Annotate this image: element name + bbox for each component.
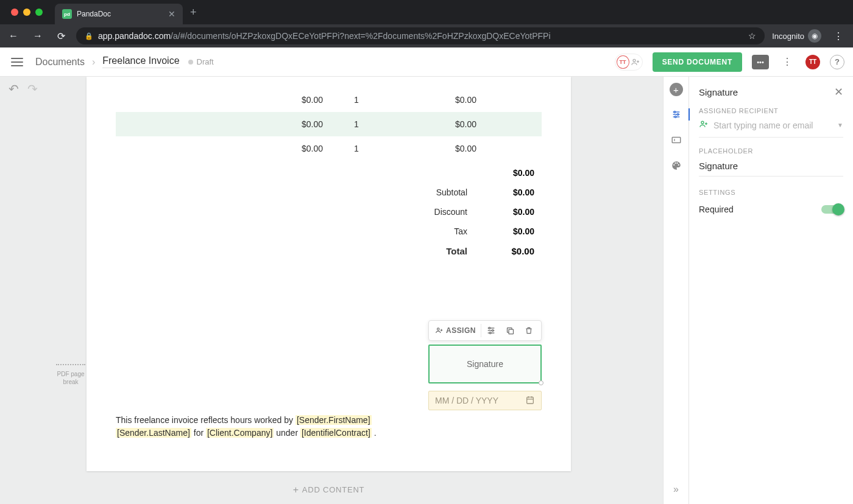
required-label: Required xyxy=(699,205,734,214)
footnote-text[interactable]: This freelance invoice reflects hours wo… xyxy=(116,414,378,439)
price-cell: $0.00 xyxy=(262,119,323,129)
incognito-icon: ◉ xyxy=(808,29,821,43)
page-break-indicator xyxy=(56,364,85,365)
breadcrumb-documents[interactable]: Documents xyxy=(35,57,85,68)
tab-close-icon[interactable]: ✕ xyxy=(168,9,175,19)
svg-point-10 xyxy=(492,330,494,332)
token-sender-firstname[interactable]: [Sender.FirstName] xyxy=(296,415,372,425)
design-icon[interactable] xyxy=(669,158,684,173)
redo-icon[interactable]: ↷ xyxy=(27,82,38,96)
duplicate-icon[interactable] xyxy=(501,323,520,339)
assigned-recipient-label: ASSIGNED RECIPIENT xyxy=(699,107,843,114)
undo-icon[interactable]: ↶ xyxy=(9,82,19,96)
recipients-pill[interactable]: TT xyxy=(615,54,643,71)
status-badge: Draft xyxy=(188,57,214,66)
svg-rect-23 xyxy=(672,138,681,143)
add-content-button[interactable]: +ADD CONTENT xyxy=(87,485,571,495)
user-avatar[interactable]: TT xyxy=(805,55,820,69)
incognito-label: Incognito xyxy=(772,32,804,41)
delete-icon[interactable] xyxy=(520,323,538,338)
help-icon[interactable]: ? xyxy=(830,55,844,69)
token-sender-lastname[interactable]: [Sender.LastName] xyxy=(116,428,191,438)
window-minimize[interactable] xyxy=(23,9,30,16)
resize-handle[interactable] xyxy=(539,380,543,385)
url-domain: app.pandadoc.com xyxy=(98,31,171,41)
subtotal-value: $0.00 xyxy=(475,187,542,197)
linetotal-cell: $0.00 xyxy=(390,119,542,129)
dropdown-icon[interactable]: ▼ xyxy=(837,122,843,128)
breadcrumb-separator-icon: › xyxy=(92,57,95,68)
signature-placeholder: Signature xyxy=(467,359,503,369)
date-field[interactable]: MM / DD / YYYY xyxy=(428,391,542,410)
window-maximize[interactable] xyxy=(35,9,43,16)
document-title[interactable]: Freelance Invoice xyxy=(102,55,179,68)
placeholder-input[interactable] xyxy=(699,159,843,177)
field-toolbar: ASSIGN xyxy=(428,320,542,341)
qty-cell: 1 xyxy=(323,119,390,129)
tax-label: Tax xyxy=(395,226,475,236)
menu-hamburger-icon[interactable] xyxy=(9,55,26,69)
table-row[interactable]: $0.00 1 $0.00 xyxy=(116,88,542,112)
svg-point-0 xyxy=(633,59,635,61)
price-cell: $0.00 xyxy=(262,144,323,153)
assign-button[interactable]: ASSIGN xyxy=(430,323,481,338)
window-controls[interactable] xyxy=(5,9,49,16)
tax-value: $0.00 xyxy=(475,226,542,236)
subtotal-label: Subtotal xyxy=(395,187,475,197)
address-bar[interactable]: 🔒 app.pandadoc.com/a/#/documents/oHZPzko… xyxy=(76,27,765,44)
calendar-icon xyxy=(525,395,535,407)
person-add-icon xyxy=(699,119,709,131)
more-menu-icon[interactable]: ⋮ xyxy=(779,54,796,71)
comments-icon[interactable]: ••• xyxy=(752,55,769,69)
required-toggle[interactable] xyxy=(821,205,843,214)
svg-rect-13 xyxy=(527,397,534,404)
qty-cell: 1 xyxy=(323,144,390,153)
bookmark-star-icon[interactable]: ☆ xyxy=(748,31,756,41)
url-path: /a/#/documents/oHZPzkoxgDQxECeYotPFPi?ne… xyxy=(171,31,550,41)
table-row[interactable]: $0.00 1 $0.00 xyxy=(116,112,542,136)
properties-icon[interactable] xyxy=(669,107,684,122)
settings-label: SETTINGS xyxy=(699,189,843,196)
send-document-button[interactable]: SEND DOCUMENT xyxy=(653,52,742,72)
signature-field[interactable]: Signature xyxy=(428,345,542,383)
recipient-input[interactable] xyxy=(713,121,832,130)
document-page[interactable]: $0.00 1 $0.00 $0.00 1 $0.00 $0.00 1 $0.0… xyxy=(87,77,571,471)
panel-close-icon[interactable]: ✕ xyxy=(834,85,843,99)
nav-forward-icon[interactable]: → xyxy=(29,28,46,44)
table-row[interactable]: $0.00 1 $0.00 xyxy=(116,136,542,161)
svg-point-11 xyxy=(489,332,491,334)
discount-label: Discount xyxy=(395,207,475,217)
browser-tab[interactable]: pd PandaDoc ✕ xyxy=(55,4,183,24)
new-tab-button[interactable]: + xyxy=(183,6,204,19)
status-dot-icon xyxy=(188,60,193,65)
svg-point-21 xyxy=(677,114,679,116)
svg-rect-12 xyxy=(509,329,514,334)
collapse-panel-icon[interactable]: » xyxy=(669,482,684,497)
token-contract[interactable]: [IdentifielContract] xyxy=(300,428,372,438)
total-label: Total xyxy=(395,246,475,256)
date-placeholder: MM / DD / YYYY xyxy=(435,396,498,405)
variables-icon[interactable] xyxy=(669,133,684,147)
panel-title: Signature xyxy=(699,87,738,97)
linetotal-cell: $0.00 xyxy=(390,144,542,153)
add-block-icon[interactable]: + xyxy=(670,83,683,96)
qty-cell: 1 xyxy=(323,95,390,105)
svg-point-25 xyxy=(701,121,704,124)
discount-value: $0.00 xyxy=(475,207,542,217)
lock-icon: 🔒 xyxy=(85,32,93,40)
token-client-company[interactable]: [Client.Company] xyxy=(206,428,274,438)
plus-icon: + xyxy=(293,485,299,495)
svg-point-22 xyxy=(674,116,676,118)
line-sum-value: $0.00 xyxy=(475,168,542,178)
price-cell: $0.00 xyxy=(262,95,323,105)
window-close[interactable] xyxy=(11,9,18,16)
add-recipient-icon[interactable] xyxy=(631,57,641,68)
svg-point-9 xyxy=(489,327,490,329)
nav-reload-icon[interactable]: ⟳ xyxy=(54,28,69,44)
chrome-menu-icon[interactable]: ⋮ xyxy=(829,30,848,42)
page-break-label: PDF page break xyxy=(56,370,85,386)
recipient-avatar: TT xyxy=(617,55,629,69)
nav-back-icon[interactable]: ← xyxy=(5,28,22,44)
svg-point-3 xyxy=(437,328,440,331)
settings-icon[interactable] xyxy=(481,322,501,339)
